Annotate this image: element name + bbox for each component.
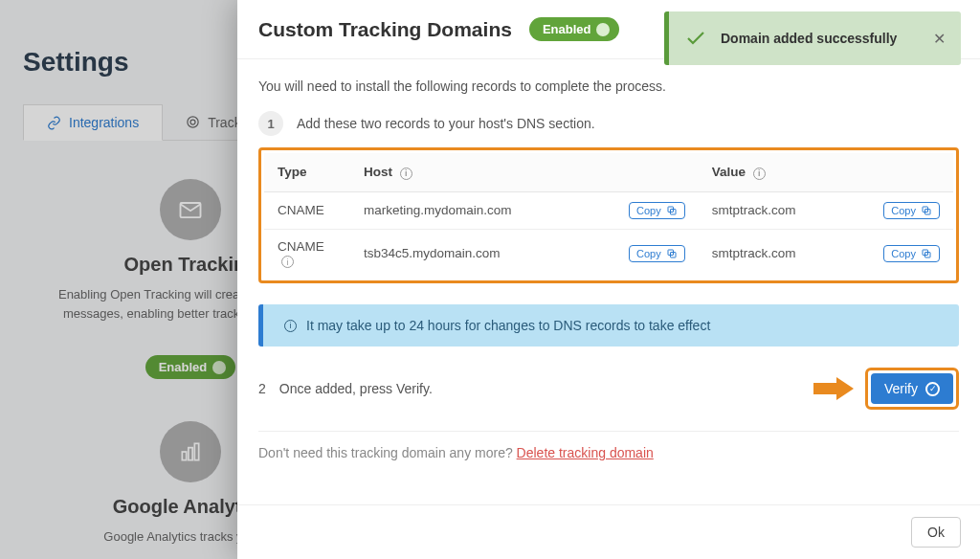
close-toast-icon[interactable]: ✕ — [933, 30, 946, 48]
tab-label: Integrations — [69, 115, 139, 130]
step-number: 1 — [258, 111, 283, 136]
svg-rect-3 — [182, 452, 186, 460]
col-type: Type — [264, 153, 350, 191]
cell-type: CNAME — [264, 191, 350, 229]
copy-button[interactable]: Copy — [883, 202, 940, 219]
info-icon[interactable]: i — [400, 168, 412, 180]
copy-button[interactable]: Copy — [629, 245, 685, 262]
status-toggle-enabled[interactable]: Enabled — [529, 17, 620, 41]
cell-host: marketing.mydomain.com Copy — [350, 191, 699, 229]
tab-integrations[interactable]: Integrations — [23, 104, 163, 141]
copy-icon — [666, 205, 678, 216]
delete-domain-line: Don't need this tracking domain any more… — [258, 445, 959, 460]
copy-icon — [921, 205, 932, 216]
col-value: Value i — [699, 153, 953, 191]
step-2: 2 Once added, press Verify. Verify ✓ — [258, 368, 959, 410]
dns-records-highlight: Type Host i Value i CNAME — [258, 147, 959, 283]
copy-button[interactable]: Copy — [629, 202, 685, 219]
dns-records-table: Type Host i Value i CNAME — [264, 153, 953, 278]
svg-point-1 — [190, 120, 195, 124]
modal-title: Custom Tracking Domains — [258, 18, 512, 41]
toast-text: Domain added successfully — [721, 31, 897, 46]
cell-value: smtptrack.com Copy — [699, 229, 953, 278]
toggle-dot — [596, 23, 610, 36]
step-1: 1 Add these two records to your host's D… — [258, 111, 959, 136]
check-icon — [684, 27, 707, 50]
toggle-dot — [212, 361, 226, 374]
cell-host: tsb34c5.mydomain.com Copy — [350, 229, 699, 278]
cell-value: smtptrack.com Copy — [699, 191, 953, 229]
dns-row: CNAME marketing.mydomain.com Copy — [264, 191, 953, 229]
verify-button[interactable]: Verify ✓ — [871, 373, 953, 404]
analytics-icon — [160, 421, 221, 482]
link-icon — [47, 116, 61, 130]
check-circle-icon: ✓ — [925, 382, 940, 396]
divider — [258, 431, 959, 432]
alert-text: It may take up to 24 hours for changes t… — [306, 318, 710, 333]
step-number: 2 — [258, 381, 266, 396]
custom-tracking-domains-modal: Custom Tracking Domains Enabled Domain a… — [237, 0, 980, 559]
copy-icon — [666, 248, 678, 259]
copy-button[interactable]: Copy — [883, 245, 940, 262]
cell-type: CNAME i — [264, 229, 350, 278]
col-host: Host i — [350, 153, 699, 191]
step-text: Add these two records to your host's DNS… — [297, 116, 595, 131]
svg-rect-4 — [189, 448, 192, 460]
info-icon: i — [284, 320, 297, 332]
info-icon[interactable]: i — [281, 256, 294, 268]
dns-propagation-alert: i It may take up to 24 hours for changes… — [258, 304, 959, 347]
info-icon[interactable]: i — [753, 168, 766, 180]
arrow-annotation-icon — [813, 380, 856, 397]
intro-text: You will need to install the following r… — [258, 78, 959, 94]
target-icon — [186, 115, 200, 129]
modal-footer: Ok — [237, 504, 980, 559]
delete-tracking-domain-link[interactable]: Delete tracking domain — [517, 445, 654, 460]
copy-icon — [921, 248, 932, 259]
enabled-toggle[interactable]: Enabled — [145, 355, 236, 379]
svg-point-0 — [188, 117, 198, 127]
success-toast: Domain added successfully ✕ — [664, 11, 961, 65]
ok-button[interactable]: Ok — [911, 517, 961, 548]
verify-highlight: Verify ✓ — [865, 368, 959, 410]
svg-rect-5 — [194, 443, 198, 459]
dns-row: CNAME i tsb34c5.mydomain.com Copy — [264, 229, 953, 278]
envelope-icon — [160, 179, 221, 240]
step-text: Once added, press Verify. — [279, 381, 433, 396]
